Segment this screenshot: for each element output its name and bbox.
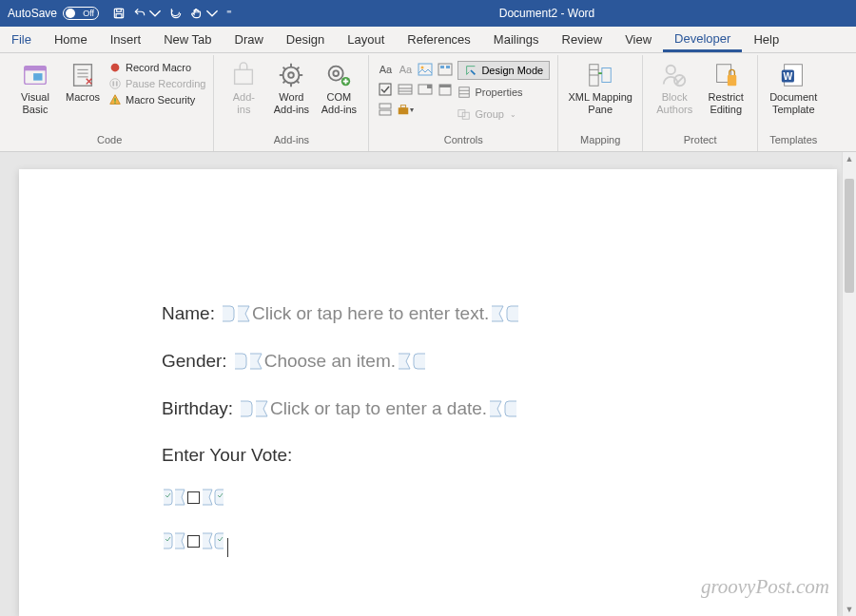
group-label-code: Code <box>97 132 122 149</box>
word-doc-icon: W <box>779 61 807 89</box>
svg-point-19 <box>289 72 295 78</box>
tab-file[interactable]: File <box>0 27 43 52</box>
rich-text-control-button[interactable]: Aa <box>377 61 394 78</box>
group-mapping: XML Mapping Pane Mapping <box>558 55 643 151</box>
tab-mailings[interactable]: Mailings <box>482 27 551 52</box>
checkbox-box[interactable] <box>187 535 200 548</box>
picture-control-button[interactable] <box>417 61 434 78</box>
autosave-toggle[interactable]: AutoSave Off <box>0 7 107 20</box>
vote-checkbox-control-1[interactable] <box>162 487 225 508</box>
tab-insert[interactable]: Insert <box>99 27 153 52</box>
touch-mode-button[interactable] <box>190 7 219 20</box>
lock-icon <box>711 61 740 89</box>
record-macro-button[interactable]: Record Macro <box>108 61 205 74</box>
plain-text-control-button[interactable]: Aa <box>397 61 414 78</box>
toolbox-icon <box>397 102 410 117</box>
svg-rect-2 <box>116 14 122 18</box>
macros-button[interactable]: Macros <box>61 57 105 104</box>
building-block-control-button[interactable] <box>437 61 454 78</box>
restrict-editing-button[interactable]: Restrict Editing <box>702 57 749 115</box>
tab-review[interactable]: Review <box>551 27 614 52</box>
cc-handle-left-icon <box>162 487 186 508</box>
cc-handle-right-icon <box>488 397 518 420</box>
repeating-section-control-button[interactable] <box>377 101 394 118</box>
date-picker-control-button[interactable] <box>437 81 454 98</box>
tab-view[interactable]: View <box>613 27 663 52</box>
xml-mapping-button[interactable]: XML Mapping Pane <box>566 57 634 115</box>
undo-button[interactable] <box>133 7 162 20</box>
addins-icon <box>229 61 258 89</box>
block-authors-icon <box>660 61 689 89</box>
tab-help[interactable]: Help <box>742 27 790 52</box>
scroll-down-button[interactable]: ▼ <box>843 603 856 616</box>
group-label-controls: Controls <box>444 132 483 149</box>
save-button[interactable] <box>112 7 126 20</box>
quick-access-toolbar: ⁼ <box>107 7 238 20</box>
vote-label: Enter Your Vote: <box>162 445 780 466</box>
tab-developer[interactable]: Developer <box>663 27 742 52</box>
ribbon-tabs: File Home Insert New Tab Draw Design Lay… <box>0 27 856 53</box>
xml-mapping-icon <box>586 61 614 89</box>
svg-line-27 <box>297 67 300 70</box>
checkbox-icon <box>378 82 393 97</box>
name-content-control[interactable]: Click or tap here to enter text. <box>221 302 520 325</box>
toggle-switch[interactable]: Off <box>63 7 99 20</box>
svg-point-12 <box>110 79 121 89</box>
checkbox-control-button[interactable] <box>377 81 394 98</box>
svg-rect-47 <box>379 110 391 115</box>
svg-rect-43 <box>427 85 432 88</box>
gender-content-control[interactable]: Choose an item. <box>233 350 427 373</box>
word-addins-button[interactable]: Word Add-ins <box>269 57 313 115</box>
svg-rect-7 <box>74 65 92 87</box>
tab-layout[interactable]: Layout <box>336 27 396 52</box>
record-icon <box>108 61 122 74</box>
scroll-up-button[interactable]: ▲ <box>843 152 856 165</box>
document-canvas: Name: Click or tap here to enter text. G… <box>0 152 856 616</box>
svg-rect-38 <box>379 84 391 95</box>
name-label: Name: <box>162 303 215 324</box>
redo-icon <box>169 7 183 20</box>
group-icon <box>457 107 471 121</box>
tab-references[interactable]: References <box>396 27 481 52</box>
document-template-button[interactable]: W Document Template <box>766 57 821 115</box>
chevron-down-icon <box>205 7 219 20</box>
group-code: Visual Basic Macros Record Macro Pause R… <box>6 55 214 151</box>
tab-draw[interactable]: Draw <box>224 27 275 52</box>
properties-button[interactable]: Properties <box>457 83 550 102</box>
dropdown-control-button[interactable] <box>417 81 434 98</box>
cc-handle-left-icon <box>162 530 186 551</box>
group-controls: Aa Aa ▾ Design <box>369 55 558 151</box>
birthday-placeholder: Click or tap to enter a date. <box>269 398 488 419</box>
document-page[interactable]: Name: Click or tap here to enter text. G… <box>19 169 837 616</box>
controls-gallery: Aa Aa ▾ <box>377 57 454 118</box>
visual-basic-button[interactable]: Visual Basic <box>13 57 57 115</box>
macro-security-button[interactable]: Macro Security <box>108 93 205 106</box>
redo-button[interactable] <box>169 7 183 20</box>
svg-rect-1 <box>117 9 122 11</box>
scroll-thumb[interactable] <box>845 179 854 293</box>
design-mode-icon <box>464 64 477 77</box>
checkbox-box[interactable] <box>187 491 200 504</box>
tab-home[interactable]: Home <box>43 27 99 52</box>
qat-customize-button[interactable]: ⁼ <box>226 8 232 20</box>
design-mode-button[interactable]: Design Mode <box>457 61 550 80</box>
gear-icon <box>277 61 305 89</box>
tab-design[interactable]: Design <box>275 27 336 52</box>
vertical-scrollbar[interactable]: ▲ ▼ <box>842 152 856 616</box>
birthday-content-control[interactable]: Click or tap to enter a date. <box>239 397 518 420</box>
save-icon <box>112 7 126 20</box>
legacy-tools-button[interactable]: ▾ <box>397 101 414 118</box>
tab-newtab[interactable]: New Tab <box>152 27 223 52</box>
cc-handle-right-icon <box>490 302 520 325</box>
vote-checkbox-control-2[interactable] <box>162 530 225 551</box>
com-addins-button[interactable]: COM Add-ins <box>317 57 360 115</box>
svg-rect-58 <box>602 68 611 83</box>
combobox-control-button[interactable] <box>397 81 414 98</box>
cc-handle-left-icon <box>233 350 263 373</box>
chevron-down-icon <box>148 7 162 20</box>
group-templates: W Document Template Templates <box>758 55 828 151</box>
pause-icon <box>108 77 122 90</box>
addins-button[interactable]: Add- ins <box>222 57 265 115</box>
repeating-icon <box>378 102 393 117</box>
ribbon: Visual Basic Macros Record Macro Pause R… <box>0 53 856 152</box>
